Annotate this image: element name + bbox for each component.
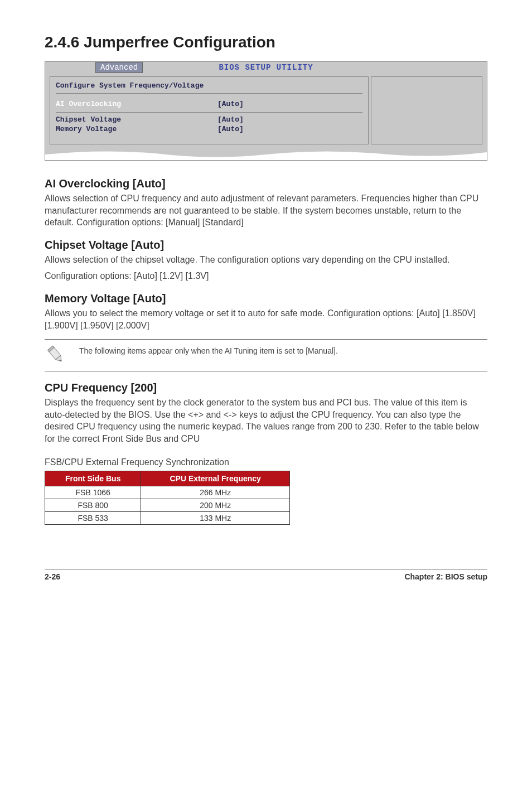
chipset-voltage-text2: Configuration options: [Auto] [1.2V] [1.… [45,270,487,282]
table-cell: FSB 1066 [45,486,141,499]
bios-left-panel: Configure System Frequency/Voltage AI Ov… [50,76,369,144]
table-header-cpu-freq: CPU External Frequency [141,471,290,486]
memory-voltage-heading: Memory Voltage [Auto] [45,292,487,305]
bios-row-label: Memory Voltage [56,125,217,133]
table-cell: 266 MHz [141,486,290,499]
bios-body: Configure System Frequency/Voltage AI Ov… [45,74,487,149]
note-text: The following items appear only when the… [79,344,487,356]
bios-torn-edge [45,149,487,160]
table-cell: FSB 800 [45,499,141,511]
bios-row-label: Chipset Voltage [56,115,217,124]
bios-tab-advanced: Advanced [95,62,143,73]
bios-row-value: [Auto] [217,100,244,108]
page-number: 2-26 [45,572,60,581]
bios-row-value: [Auto] [217,125,244,133]
cpu-frequency-text: Displays the frequency sent by the clock… [45,397,487,445]
bios-row-memory-voltage[interactable]: Memory Voltage [Auto] [56,124,362,134]
table-cell: 200 MHz [141,499,290,511]
note-pencil-icon [45,344,69,366]
memory-voltage-text: Allows you to select the memory voltage … [45,307,487,331]
table-row: FSB 800 200 MHz [45,499,290,511]
bios-right-panel [371,76,482,144]
table-cell: FSB 533 [45,511,141,524]
bios-window: BIOS SETUP UTILITY Advanced Configure Sy… [45,61,487,161]
cpu-frequency-heading: CPU Frequency [200] [45,381,487,394]
frequency-table: Front Side Bus CPU External Frequency FS… [45,471,290,525]
table-header-fsb: Front Side Bus [45,471,141,486]
bios-row-chipset-voltage[interactable]: Chipset Voltage [Auto] [56,115,362,124]
bios-section-heading: Configure System Frequency/Voltage [56,80,362,94]
table-row: FSB 533 133 MHz [45,511,290,524]
bios-divider [56,112,362,113]
ai-overclocking-text: Allows selection of CPU frequency and au… [45,192,487,229]
bios-row-label: AI Overclocking [56,100,217,108]
table-row: FSB 1066 266 MHz [45,486,290,499]
note-block: The following items appear only when the… [45,339,487,371]
chipset-voltage-text1: Allows selection of the chipset voltage.… [45,254,487,266]
table-caption: FSB/CPU External Frequency Synchronizati… [45,457,487,467]
ai-overclocking-heading: AI Overclocking [Auto] [45,177,487,190]
section-title: 2.4.6 Jumperfree Configuration [45,33,487,51]
chipset-voltage-heading: Chipset Voltage [Auto] [45,239,487,252]
page-footer: 2-26 Chapter 2: BIOS setup [45,569,487,581]
chapter-label: Chapter 2: BIOS setup [404,572,487,581]
table-cell: 133 MHz [141,511,290,524]
bios-row-ai-overclocking[interactable]: AI Overclocking [Auto] [56,99,362,109]
bios-row-value: [Auto] [217,115,244,124]
